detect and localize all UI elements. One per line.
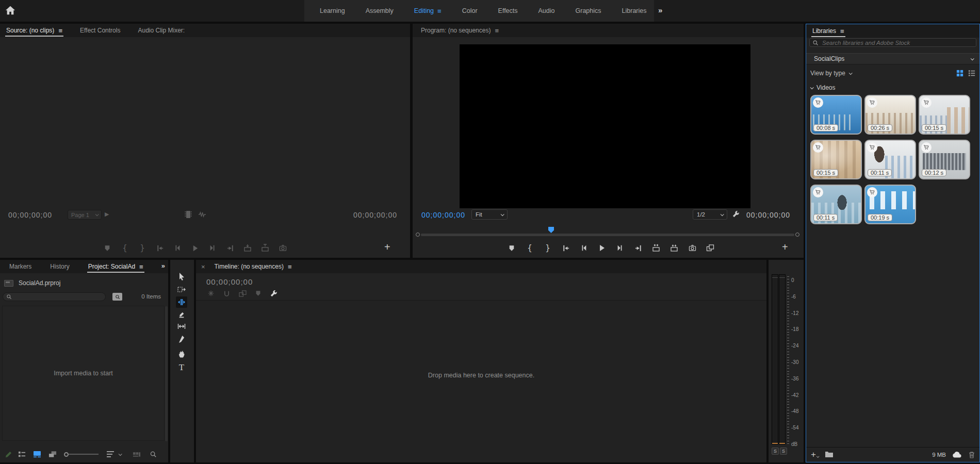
stock-cart-icon[interactable] [813,142,823,153]
workspace-overflow-icon[interactable]: » [658,6,662,14]
workspace-tab-libraries[interactable]: Libraries [622,7,647,14]
tab-libraries[interactable]: Libraries ≡ [810,24,846,38]
chevron-down-icon[interactable] [848,71,852,75]
timeline-drop-area[interactable]: Drop media here to create sequence. [196,301,766,462]
video-card[interactable]: 00:12 s [919,140,970,179]
zoom-slider-knob[interactable] [64,452,69,457]
stock-cart-icon[interactable] [867,142,877,153]
pen-tool[interactable] [176,334,187,345]
workspace-tab-audio[interactable]: Audio [538,7,555,14]
page-select[interactable]: Page 1 [68,210,102,220]
video-card[interactable]: 00:11 s [864,140,916,179]
automate-to-sequence-icon[interactable] [133,450,141,458]
library-search-input[interactable] [821,39,973,46]
go-to-in-icon[interactable] [156,244,164,252]
stock-cart-icon[interactable] [813,97,823,108]
project-file-row[interactable]: SocialAd.prproj [4,278,60,288]
tab-history[interactable]: History [48,260,71,273]
workspace-tab-editing[interactable]: Editing≡ [414,7,442,15]
tab-markers[interactable]: Markers [7,260,34,273]
video-card[interactable]: 00:26 s [864,95,916,135]
export-frame-icon[interactable] [688,244,696,252]
sort-icon[interactable] [107,451,121,457]
mark-in-icon[interactable]: { [121,244,129,252]
workspace-tab-graphics[interactable]: Graphics [576,7,601,14]
tab-effect-controls[interactable]: Effect Controls [78,24,122,37]
lift-icon[interactable] [652,244,660,252]
workspace-tab-learning[interactable]: Learning [320,7,345,14]
video-card[interactable]: 00:08 s [810,95,862,135]
source-timecode[interactable]: 00;00;00;00 [8,211,52,219]
linked-selection-icon[interactable] [239,290,247,297]
panel-menu-icon[interactable]: ≡ [139,263,143,271]
library-select[interactable]: SocialClips [806,53,979,64]
video-card[interactable]: 00:15 s [810,140,862,179]
program-monitor[interactable] [460,44,750,208]
stock-cart-icon[interactable] [867,187,877,197]
freeform-view-icon[interactable] [48,450,57,458]
project-search[interactable] [3,292,106,301]
drag-audio-icon[interactable] [198,210,206,219]
play-icon[interactable] [191,244,199,252]
solo-left-button[interactable]: S [772,448,779,455]
mark-out-icon[interactable]: } [138,244,146,252]
video-card[interactable]: 00:11 s [810,185,862,224]
icon-view-icon[interactable] [33,450,41,458]
add-content-button[interactable]: + [811,450,819,460]
stock-cart-icon[interactable] [921,97,932,108]
program-timecode[interactable]: 00;00;00;00 [421,211,465,219]
page-play-icon[interactable]: ▶ [105,211,109,218]
hand-tool[interactable] [176,348,187,359]
export-frame-icon[interactable] [279,244,287,252]
panel-menu-icon[interactable]: ≡ [288,263,292,271]
tab-source[interactable]: Source: (no clips) ≡ [4,24,64,37]
workspace-tab-color[interactable]: Color [462,7,478,14]
solo-right-button[interactable]: S [780,448,787,455]
stock-cart-icon[interactable] [813,187,823,197]
video-card[interactable]: 00:15 s [919,95,970,135]
list-view-icon[interactable] [968,70,975,77]
videos-section-header[interactable]: Videos [806,82,835,93]
button-editor-icon[interactable]: + [384,241,390,253]
workspace-tab-assembly[interactable]: Assembly [366,7,394,14]
go-to-out-icon[interactable] [226,244,234,252]
settings-wrench-icon[interactable] [732,210,740,218]
go-to-in-icon[interactable] [562,244,570,252]
play-icon[interactable] [598,244,606,252]
panel-menu-icon[interactable]: ≡ [58,27,62,35]
cloud-sync-icon[interactable] [952,451,962,458]
panel-overflow-icon[interactable]: » [161,262,165,270]
workspace-tab-effects[interactable]: Effects [498,7,518,14]
slip-tool[interactable] [176,321,187,332]
add-marker-icon[interactable] [508,244,516,252]
comparison-view-icon[interactable] [706,244,714,252]
go-to-out-icon[interactable] [634,244,642,252]
list-view-icon[interactable] [18,450,26,458]
new-library-folder-icon[interactable] [825,451,834,458]
insert-icon[interactable] [243,244,252,252]
scrubber-track[interactable] [421,234,794,236]
project-media-area[interactable]: Import media to start [2,306,165,441]
type-tool[interactable]: T [176,362,187,373]
button-editor-icon[interactable]: + [782,241,788,253]
workspace-menu-icon[interactable]: ≡ [437,7,442,15]
add-marker-icon[interactable] [255,290,261,296]
step-forward-icon[interactable] [208,244,217,252]
trash-icon[interactable] [969,451,975,458]
mark-in-icon[interactable]: { [526,244,534,252]
program-scrubber[interactable] [416,232,799,237]
zoom-level-select[interactable]: Fit [471,209,508,220]
zoom-slider[interactable] [64,452,99,457]
stock-cart-icon[interactable] [921,142,932,153]
timeline-timecode[interactable]: 00;00;00;00 [206,277,253,286]
panel-menu-icon[interactable]: ≡ [840,27,844,35]
nest-indicator-icon[interactable] [207,290,215,297]
tab-program[interactable]: Program: (no sequences) ≡ [419,24,501,37]
video-card[interactable]: 00:19 s [864,185,916,224]
library-search[interactable] [809,38,976,47]
stock-cart-icon[interactable] [867,97,877,108]
grid-view-icon[interactable] [956,70,963,77]
timeline-settings-wrench-icon[interactable] [270,290,277,297]
tab-audio-clip-mixer[interactable]: Audio Clip Mixer: [136,24,187,37]
add-marker-icon[interactable] [103,244,111,252]
